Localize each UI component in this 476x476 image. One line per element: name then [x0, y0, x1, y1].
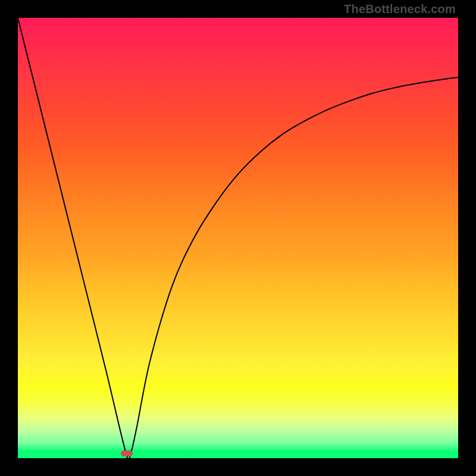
watermark-text: TheBottleneck.com [344, 2, 456, 16]
bottleneck-curve-line [18, 18, 458, 458]
bottleneck-curve-chart [18, 18, 458, 458]
plot-frame [18, 18, 458, 458]
plot-area [18, 18, 458, 458]
minimum-marker [121, 450, 133, 456]
